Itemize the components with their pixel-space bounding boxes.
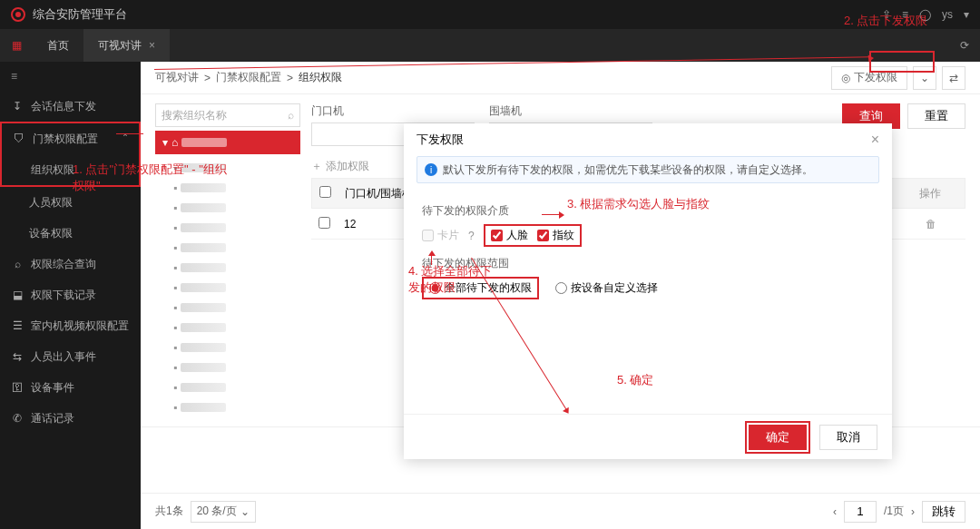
- checkbox-card[interactable]: 卡片: [422, 228, 459, 243]
- prev-page-button[interactable]: ‹: [833, 505, 837, 518]
- folder-icon: ▪: [173, 341, 177, 354]
- folder-icon: ▪: [173, 261, 177, 274]
- tree-item[interactable]: ▪: [155, 397, 300, 417]
- org-search-input[interactable]: 搜索组织名称 ⌕: [155, 103, 300, 127]
- page-input[interactable]: [844, 501, 877, 523]
- tree-item[interactable]: ▪: [155, 258, 300, 278]
- breadcrumb-a[interactable]: 可视对讲: [155, 70, 199, 85]
- dropdown-button[interactable]: ⌄: [913, 66, 936, 90]
- folder-icon: ▪: [173, 321, 177, 334]
- transfer-button[interactable]: ⇄: [942, 66, 965, 90]
- app-header: 综合安防管理平台 ⇪ ≡ ◯ ys ▾: [0, 0, 980, 29]
- logo-icon: [11, 7, 25, 22]
- tree-item[interactable]: ▪: [155, 178, 300, 198]
- folder-icon: ▪: [173, 181, 177, 194]
- chevron-down-icon: ⌄: [240, 505, 250, 518]
- refresh-icon[interactable]: ⟳: [949, 39, 980, 52]
- target-icon: ◎: [841, 72, 850, 84]
- reset-button[interactable]: 重置: [907, 103, 965, 129]
- close-icon[interactable]: ×: [149, 39, 155, 52]
- search-icon: ⌕: [11, 258, 24, 270]
- next-page-button[interactable]: ›: [911, 505, 915, 518]
- breadcrumb: 可视对讲 > 门禁权限配置 > 组织权限 ◎下发权限 ⌄ ⇄: [141, 62, 980, 94]
- menu-icon[interactable]: ≡: [902, 8, 908, 21]
- folder-icon: ▪: [173, 401, 177, 414]
- sidebar-item-indoor-video[interactable]: ☰室内机视频权限配置: [0, 310, 141, 341]
- sidebar-item-org-perm[interactable]: 组织权限: [2, 154, 139, 185]
- folder-icon: ▪: [173, 221, 177, 234]
- folder-icon: ▪: [173, 201, 177, 214]
- plus-icon: ＋: [311, 159, 322, 174]
- page-size-select[interactable]: 20 条/页⌄: [191, 501, 256, 523]
- breadcrumb-b[interactable]: 门禁权限配置: [216, 70, 281, 85]
- sidebar-item-call-log[interactable]: ✆通话记录: [0, 403, 141, 434]
- chevron-down-icon: ⌄: [920, 72, 929, 84]
- radio-custom[interactable]: 按设备自定义选择: [555, 280, 658, 296]
- tree-item[interactable]: ▪: [155, 377, 300, 397]
- close-icon[interactable]: ×: [871, 132, 879, 148]
- user-icon[interactable]: ◯: [919, 8, 931, 21]
- folder-icon: ▪: [173, 281, 177, 294]
- tab-video-intercom[interactable]: 可视对讲 ×: [83, 29, 170, 62]
- sidebar-item-session[interactable]: ↧会话信息下发: [0, 91, 141, 122]
- breadcrumb-c: 组织权限: [299, 70, 342, 85]
- cancel-button[interactable]: 取消: [819, 425, 877, 450]
- jump-button[interactable]: 跳转: [922, 501, 965, 523]
- user-dropdown-icon[interactable]: ▾: [964, 8, 969, 21]
- total-label: 共1条: [155, 504, 183, 519]
- tab-home[interactable]: 首页: [33, 29, 83, 62]
- dialog-info: i 默认下发所有待下发的权限，如需优先下载某些设备的权限，请自定义选择。: [416, 156, 879, 183]
- sidebar-item-device-events[interactable]: ⚿设备事件: [0, 372, 141, 403]
- total-pages: /1页: [884, 504, 904, 519]
- app-title: 综合安防管理平台: [33, 6, 127, 23]
- chevron-down-icon: ▾: [162, 136, 168, 149]
- sidebar: ≡ ↧会话信息下发 ⛉门禁权限配置˄ 组织权限 人员权限 设备权限 ⌕权限综合查…: [0, 62, 141, 529]
- tab-bar: ▦ 首页 可视对讲 × ⟳: [0, 29, 980, 62]
- upload-icon[interactable]: ⇪: [882, 8, 891, 21]
- sidebar-item-person-events[interactable]: ⇆人员出入事件: [0, 341, 141, 372]
- tree-item[interactable]: ▪: [155, 158, 300, 178]
- sidebar-collapse-icon[interactable]: ≡: [0, 62, 141, 91]
- tree-item[interactable]: ▪: [155, 198, 300, 218]
- row-checkbox[interactable]: [318, 217, 330, 229]
- list-icon: ☰: [11, 319, 24, 332]
- phone-icon: ✆: [11, 412, 24, 425]
- checkbox-finger[interactable]: 指纹: [537, 228, 574, 243]
- checkbox-face[interactable]: 人脸: [491, 228, 528, 243]
- tree-item[interactable]: ▪: [155, 338, 300, 358]
- sidebar-item-query[interactable]: ⌕权限综合查询: [0, 249, 141, 279]
- sidebar-item-device-perm[interactable]: 设备权限: [0, 218, 141, 249]
- select-all-checkbox[interactable]: [319, 186, 331, 198]
- add-permission-button[interactable]: ＋添加权限: [311, 159, 369, 174]
- info-icon: i: [425, 163, 437, 176]
- folder-icon: ▪: [173, 381, 177, 394]
- log-icon: ⬓: [11, 289, 24, 301]
- sidebar-item-person-perm[interactable]: 人员权限: [0, 187, 141, 218]
- folder-icon: ▪: [173, 162, 177, 174]
- download-icon: ↧: [11, 100, 24, 113]
- radio-all[interactable]: 全部待下发的权限: [429, 280, 532, 296]
- delete-icon[interactable]: 🗑: [926, 218, 936, 230]
- tree-item[interactable]: ▪: [155, 358, 300, 377]
- tree-item[interactable]: ▪: [155, 238, 300, 258]
- user-name[interactable]: ys: [942, 8, 953, 21]
- tree-item[interactable]: ▪: [155, 278, 300, 298]
- wall-label: 围墙机: [489, 103, 652, 119]
- issue-permission-button[interactable]: ◎下发权限: [831, 66, 907, 90]
- tree-item[interactable]: ▪: [155, 318, 300, 338]
- section-media-title: 待下发的权限介质: [422, 203, 874, 219]
- ok-button[interactable]: 确定: [749, 425, 807, 450]
- sidebar-item-access-config[interactable]: ⛉门禁权限配置˄: [2, 123, 139, 154]
- help-icon[interactable]: ?: [468, 230, 475, 242]
- swap-icon: ⇆: [11, 350, 24, 363]
- home-icon: ⌂: [172, 136, 178, 149]
- search-icon: ⌕: [288, 109, 294, 122]
- apps-grid-icon[interactable]: ▦: [0, 29, 33, 62]
- device-icon: ⚿: [11, 381, 24, 394]
- tree-item[interactable]: ▪: [155, 298, 300, 318]
- folder-icon: ▪: [173, 361, 177, 374]
- door-label: 门口机: [311, 103, 475, 119]
- tree-root[interactable]: ▾⌂: [155, 131, 300, 154]
- sidebar-item-download-log[interactable]: ⬓权限下载记录: [0, 279, 141, 310]
- tree-item[interactable]: ▪: [155, 218, 300, 238]
